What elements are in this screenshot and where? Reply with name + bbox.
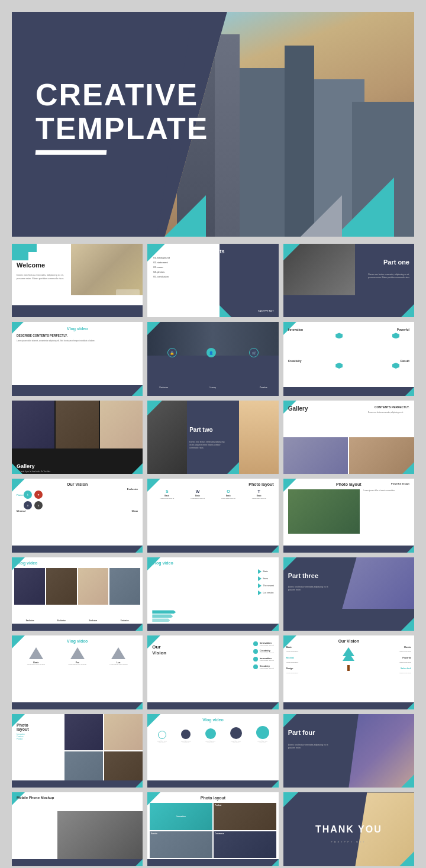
our-vision-1-title: Our Vision	[67, 482, 88, 486]
hero-text: CREATIVE TEMPLATE	[36, 78, 208, 155]
feature-creativity: Creativity	[288, 359, 302, 363]
pl3-item3: Product	[17, 738, 29, 740]
welcome-title: Welcome	[17, 262, 45, 269]
part-two-text: Donec nec lectus venenatis adipiscing ex…	[189, 441, 225, 450]
slide-vlog-3: Vlog video Basic Items The newest	[147, 557, 278, 631]
vision3-basic: Basic	[286, 646, 299, 648]
slide-thank-you: THANK YOU FASTPPT.NET	[283, 792, 414, 866]
part-one-title: Part one	[383, 259, 409, 266]
thank-you-title: THANK YOU	[315, 824, 382, 835]
slide-mobile-mockup: Mobile Phone Mockup	[12, 792, 143, 866]
vlog-3-item-3: The newest	[263, 585, 274, 587]
slide-welcome: Welcome Donec nec lectus venenatis, adip…	[12, 244, 143, 317]
slide-vlog-2: Vlog video Exclusive Exclusive Exclusive…	[12, 557, 143, 631]
contents-title: Contents	[201, 249, 224, 254]
vision3-classic: Classic	[399, 646, 411, 648]
icon-label-luxury: Luxury	[202, 386, 223, 389]
vision-clean: Clean	[131, 509, 138, 512]
vision3-sales: Sales deck	[399, 667, 411, 670]
slide-icons: 🔒 👤 🛒 Exclusive Luxury Creative	[147, 322, 278, 395]
slide-contents: Contents 01. background 02. statement 03…	[147, 244, 278, 317]
mobile-title: Mobile Phone Mockup	[17, 796, 54, 799]
contents-item-5: 05. conclusion	[153, 275, 170, 279]
slide-swot: Photo layout S Basic Lorem ipsum dolor s…	[147, 479, 278, 552]
hero-slide: CREATIVE TEMPLATE	[12, 12, 414, 237]
contents-item-3: 03. cover	[153, 265, 170, 270]
page-wrapper: CREATIVE TEMPLATE Welcome Donec nec lect…	[0, 0, 426, 868]
contents-list: 01. background 02. statement 03. cover 0…	[153, 256, 170, 279]
vision-powerful: Powerful	[17, 493, 27, 496]
vision-exclusive: Exclusive	[127, 488, 138, 491]
welcome-text: Donec nec lectus venenatis, adipiscing e…	[17, 273, 64, 280]
slide-photo-layout-4: Photo layout Innovation Product Service …	[147, 792, 278, 866]
vlog-2-exclusive-2: Exclusive	[46, 619, 77, 622]
feature-result: Result	[401, 359, 409, 363]
slide-our-vision-1: Our Vision t ♥ v v Exclusive Powerful Mi…	[12, 479, 143, 552]
gallery-white-title: Gallery	[288, 405, 308, 412]
pl4-item4: Commerce	[214, 831, 276, 836]
vision3-powerful: Powerful	[399, 657, 411, 659]
part-four-text: Donec nec lectus venenatis adipiscing ex…	[288, 744, 335, 750]
slides-grid: Welcome Donec nec lectus venenatis, adip…	[12, 244, 414, 866]
slide-vlog-4: Vlog video Basic Lorem ipsum dolor sit a…	[12, 635, 143, 709]
gallery-white-text: Donec nec lectus venenatis, adipiscing e…	[368, 411, 409, 414]
thank-you-brand: FASTPPT.NET	[331, 840, 366, 843]
pl4-item1: Innovation	[177, 815, 186, 818]
slide-vlog-5: Vlog video Insert title here Lorem ipsum…	[147, 714, 278, 788]
slide-vlog-1: Vlog video DESCRIBE CONTENTS PERFECTLY. …	[12, 322, 143, 395]
vlog-2-exclusive-1: Exclusive	[14, 619, 46, 622]
powerful-design: Powerful design	[391, 482, 409, 485]
slide-our-vision-3: Our Vision Basic Lorem ipsum dolor Minim…	[283, 635, 414, 709]
contents-item-1: 01. background	[153, 256, 170, 260]
slide-photo-layout-right: Photo layout Powerful design Lorem ipsum…	[283, 479, 414, 552]
part-three-text: Donec nec lectus venenatis adipiscing ex…	[288, 586, 335, 592]
contents-item-4: 04. photos	[153, 270, 170, 275]
vlog-2-exclusive-4: Exclusive	[109, 619, 140, 622]
slide-features: Innovation Powerful Creativity Result	[283, 322, 414, 395]
icon-label-creative: Creative	[253, 386, 274, 389]
vlog-title-1: Vlog video	[67, 327, 88, 331]
part-three-title: Part three	[288, 572, 318, 579]
photo-layout-2-title: Photo layout	[336, 482, 361, 486]
slide-our-vision-2: OurVision Innovation Lorem ipsum dolor s…	[147, 635, 278, 709]
pl4-title: Photo layout	[201, 796, 225, 800]
slide-gallery-dark: Gallery Or a taste if you let love fresh…	[12, 401, 143, 474]
our-vision-3-title: Our Vision	[338, 639, 359, 643]
part-two-title: Part two	[189, 427, 212, 433]
slide-part-two: Part two Donec nec lectus venenatis adip…	[147, 401, 278, 474]
vlog-3-item-2: Items	[263, 577, 269, 580]
vision3-design: Design	[286, 667, 299, 670]
slide-part-three: Part three Donec nec lectus venenatis ad…	[283, 557, 414, 631]
vision-minimal: Minimal	[17, 509, 25, 512]
icon-label-exclusive: Exclusive	[153, 386, 174, 389]
slide-part-one: Part one Donec nec lectus venenatis, adi…	[283, 244, 414, 317]
photo-layout-1-title: Photo layout	[248, 482, 273, 486]
hero-title-line2: TEMPLATE	[36, 112, 208, 146]
pl4-item2: Product	[214, 803, 276, 808]
slide-photo-layout-3: Photo layout Innovation Creation Product	[12, 714, 143, 788]
contents-brand: FASTPPT.NET	[258, 309, 273, 312]
feature-innovation: Innovation	[288, 328, 303, 331]
part-one-text: Donec nec lectus venenatis, adipiscing e…	[362, 273, 409, 279]
hero-underline	[36, 150, 107, 155]
contents-item-2: 02. statement	[153, 260, 170, 265]
vlog-3-item-1: Basic	[263, 570, 269, 573]
vlog-5-title: Vlog video	[202, 718, 223, 722]
pl4-item3: Service	[150, 831, 212, 836]
feature-powerful: Powerful	[397, 328, 409, 331]
hero-title-line1: CREATIVE	[36, 78, 208, 112]
vlog-3-title: Vlog video	[152, 561, 173, 565]
slide-part-four: Part four Donec nec lectus venenatis adi…	[283, 714, 414, 788]
gallery-white-subtitle: CONTENTS PERFECTLY.	[375, 405, 409, 409]
describe-text: Lorem ipsum dolor sit amet, consectetur …	[17, 340, 105, 343]
vlog-2-exclusive-3: Exclusive	[78, 619, 109, 622]
vlog-3-item-4: Lux version	[263, 592, 274, 594]
vlog-4-title: Vlog video	[67, 639, 88, 643]
vision3-minimal: Minimal	[286, 657, 299, 659]
vlog-2-title: Vlog video	[17, 561, 37, 565]
describe-title: DESCRIBE CONTENTS PERFECTLY.	[17, 334, 67, 337]
slide-gallery-white: Gallery CONTENTS PERFECTLY. Donec nec le…	[283, 401, 414, 474]
part-four-title: Part four	[288, 729, 315, 736]
